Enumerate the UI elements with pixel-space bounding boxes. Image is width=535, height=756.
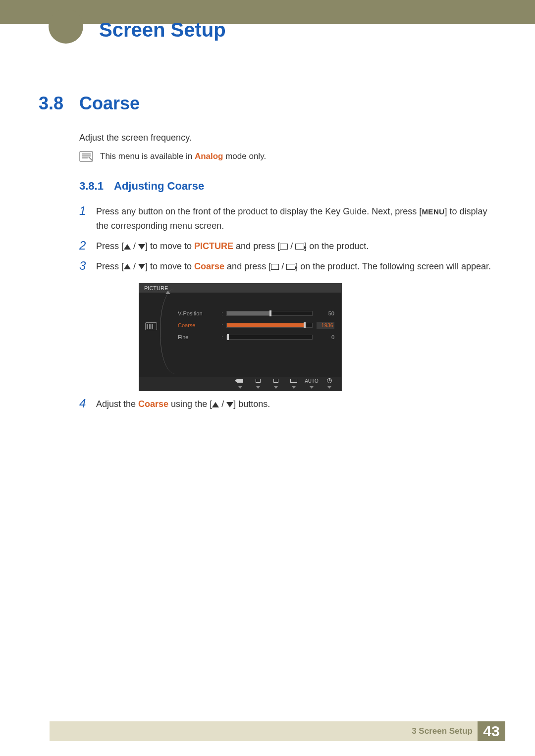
down-arrow-icon bbox=[138, 244, 145, 250]
osd-label: Fine bbox=[178, 334, 221, 340]
step-2: 2 Press [ / ] to move to PICTURE and pre… bbox=[79, 239, 496, 253]
osd-row-coarse: Coarse : 1936 bbox=[178, 319, 334, 331]
osd-enter-button bbox=[285, 378, 303, 390]
footer-page-number: 43 bbox=[478, 721, 505, 741]
osd-value-active: 1936 bbox=[317, 322, 334, 329]
svg-rect-3 bbox=[82, 157, 88, 158]
chapter-badge bbox=[49, 9, 83, 44]
up-arrow-icon bbox=[124, 244, 131, 250]
step-text: Press [ / ] to move to PICTURE and press… bbox=[96, 239, 369, 253]
osd-power-button bbox=[321, 378, 338, 390]
footer-bar: 3 Screen Setup 43 bbox=[50, 721, 490, 741]
osd-value: 50 bbox=[317, 310, 334, 316]
osd-row-vposition: V-Position : 50 bbox=[178, 307, 334, 319]
menu-button-label: MENU bbox=[422, 207, 444, 216]
section-number: 3.8 bbox=[39, 93, 79, 114]
step-text: Adjust the Coarse using the [ / ] button… bbox=[96, 397, 270, 411]
osd-label-active: Coarse bbox=[178, 322, 221, 328]
step-4: 4 Adjust the Coarse using the [ / ] butt… bbox=[79, 397, 496, 411]
target-coarse: Coarse bbox=[138, 399, 168, 409]
step-number: 1 bbox=[79, 204, 96, 217]
step-number: 3 bbox=[79, 259, 96, 272]
osd-auto-button: AUTO bbox=[303, 378, 321, 390]
step-1: 1 Press any button on the front of the p… bbox=[79, 204, 496, 233]
section-intro: Adjust the screen frequency. bbox=[79, 132, 496, 144]
osd-row-fine: Fine : 0 bbox=[178, 331, 334, 343]
step-text: Press any button on the front of the pro… bbox=[96, 204, 496, 233]
step-number: 2 bbox=[79, 239, 96, 252]
chapter-title: Screen Setup bbox=[99, 19, 226, 41]
select-icon bbox=[280, 244, 288, 250]
step-text: Press [ / ] to move to Coarse and press … bbox=[96, 259, 491, 274]
osd-slider bbox=[226, 311, 313, 316]
note-text: This menu is available in Analog mode on… bbox=[100, 151, 266, 161]
down-arrow-icon bbox=[138, 264, 145, 269]
osd-value: 0 bbox=[317, 334, 334, 340]
osd-button-bar: AUTO bbox=[139, 377, 341, 391]
section-heading: 3.8 Coarse bbox=[39, 93, 496, 114]
section-title: Coarse bbox=[79, 93, 140, 114]
note-row: This menu is available in Analog mode on… bbox=[79, 151, 496, 162]
scroll-up-icon bbox=[165, 291, 170, 294]
osd-label: V-Position bbox=[178, 310, 221, 316]
subsection-title: Adjusting Coarse bbox=[114, 180, 204, 193]
osd-plus-button bbox=[267, 378, 285, 390]
page-content: 3.8 Coarse Adjust the screen frequency. … bbox=[39, 93, 496, 417]
osd-slider bbox=[226, 335, 313, 340]
note-icon bbox=[79, 151, 93, 162]
note-mode: Analog bbox=[195, 151, 223, 161]
osd-minus-button bbox=[249, 378, 267, 390]
osd-back-button bbox=[231, 378, 249, 390]
step-3: 3 Press [ / ] to move to Coarse and pres… bbox=[79, 259, 496, 274]
target-picture: PICTURE bbox=[194, 241, 233, 251]
picture-category-icon bbox=[145, 322, 157, 330]
select-icon bbox=[271, 264, 279, 270]
subsection-heading: 3.8.1 Adjusting Coarse bbox=[79, 180, 496, 193]
footer-label: 3 Screen Setup bbox=[412, 726, 473, 736]
svg-rect-2 bbox=[82, 155, 91, 156]
target-coarse: Coarse bbox=[194, 261, 224, 271]
enter-icon bbox=[295, 244, 304, 250]
osd-panel: PICTURE V-Position : 50 Coarse bbox=[139, 283, 342, 391]
up-arrow-icon bbox=[124, 264, 131, 269]
down-arrow-icon bbox=[226, 402, 233, 407]
subsection-number: 3.8.1 bbox=[79, 180, 114, 193]
step-number: 4 bbox=[79, 397, 96, 410]
osd-slider-active bbox=[226, 323, 313, 328]
osd-screenshot: PICTURE V-Position : 50 Coarse bbox=[139, 283, 496, 391]
up-arrow-icon bbox=[212, 402, 219, 407]
enter-icon bbox=[286, 264, 295, 270]
svg-rect-1 bbox=[82, 153, 91, 154]
